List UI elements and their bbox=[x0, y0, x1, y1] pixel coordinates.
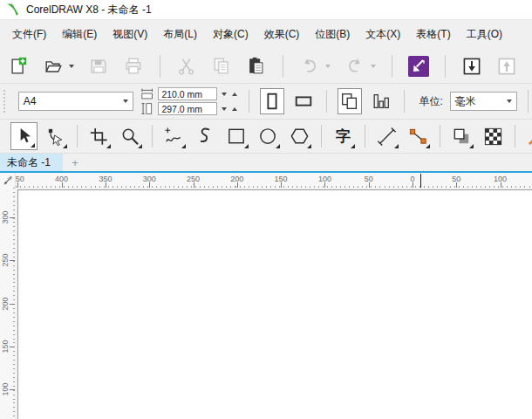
ruler-major-tick bbox=[10, 389, 15, 390]
redo-arrow-icon bbox=[344, 56, 365, 77]
ruler-origin-icon bbox=[2, 175, 14, 187]
ruler-label: 250 bbox=[176, 175, 211, 183]
drop-shadow-icon bbox=[451, 126, 473, 148]
units-value: 毫米 bbox=[455, 94, 476, 109]
toolbox-separator bbox=[77, 125, 78, 148]
ruler-label: 150 bbox=[1, 329, 10, 364]
ruler-major-tick bbox=[10, 260, 15, 261]
save-button[interactable] bbox=[86, 53, 111, 79]
toolbar-separator bbox=[160, 55, 160, 78]
ruler-label: 100 bbox=[483, 175, 518, 183]
shape-tool[interactable] bbox=[42, 122, 69, 150]
transparency-tool[interactable] bbox=[480, 122, 507, 150]
polygon-tool[interactable] bbox=[286, 122, 313, 150]
landscape-orientation-button[interactable] bbox=[291, 88, 316, 114]
width-spin-down-button[interactable] bbox=[220, 88, 228, 100]
canvas-area: 300250200150100 bbox=[0, 188, 532, 419]
open-button-dropdown[interactable] bbox=[66, 53, 76, 79]
copy-button[interactable] bbox=[209, 53, 234, 79]
purple-launch-arrow-icon bbox=[408, 56, 429, 77]
ruler-major-tick bbox=[10, 217, 15, 218]
toolbar-separator bbox=[404, 90, 405, 113]
crop-icon bbox=[88, 126, 110, 148]
ruler-label: 100 bbox=[1, 372, 10, 407]
toolbox-separator bbox=[440, 125, 440, 148]
units-combobox[interactable]: 毫米 bbox=[450, 92, 517, 111]
toolbox-separator bbox=[515, 125, 515, 148]
new-document-button[interactable] bbox=[6, 53, 31, 79]
undo-button-dropdown[interactable] bbox=[323, 53, 332, 79]
export-button[interactable] bbox=[494, 53, 519, 79]
freehand-curve-icon bbox=[163, 126, 185, 148]
document-tab[interactable]: 未命名 -1 bbox=[0, 154, 63, 171]
portrait-page-icon bbox=[262, 91, 283, 112]
chevron-down-icon bbox=[325, 65, 331, 68]
menu-object[interactable]: 对象(C) bbox=[208, 24, 254, 45]
height-spin-up-button[interactable] bbox=[230, 103, 238, 114]
drop-shadow-tool[interactable] bbox=[448, 122, 475, 150]
open-button[interactable] bbox=[41, 53, 65, 79]
ruler-label: 300 bbox=[132, 175, 167, 183]
rectangle-tool[interactable] bbox=[223, 122, 250, 150]
import-button[interactable] bbox=[460, 53, 484, 79]
crop-tool[interactable] bbox=[85, 122, 113, 150]
ruler-label: 100 bbox=[307, 175, 342, 183]
redo-button[interactable] bbox=[343, 53, 367, 79]
page-size-combobox[interactable]: A4 bbox=[18, 92, 134, 111]
menu-text[interactable]: 文本(X) bbox=[360, 24, 406, 45]
document-tab-bar: 未命名 -1 + bbox=[0, 154, 532, 171]
new-document-tab-button[interactable]: + bbox=[63, 154, 87, 171]
artistic-media-tool[interactable] bbox=[192, 122, 219, 150]
page-width-input[interactable]: 210.0 mm bbox=[158, 87, 217, 100]
zoom-tool[interactable] bbox=[117, 122, 144, 150]
units-label: 单位: bbox=[419, 94, 442, 109]
freehand-tool[interactable] bbox=[160, 122, 188, 150]
cut-button[interactable] bbox=[174, 53, 199, 79]
menu-effects[interactable]: 效果(C) bbox=[259, 24, 305, 45]
width-spin-up-button[interactable] bbox=[230, 88, 238, 100]
ruler-label: 0 bbox=[395, 175, 430, 183]
print-button[interactable] bbox=[121, 53, 146, 79]
text-tool[interactable]: 字 bbox=[330, 122, 357, 150]
pick-tool[interactable] bbox=[10, 122, 38, 150]
toolbox: 字 bbox=[0, 120, 532, 154]
current-page-button[interactable] bbox=[369, 88, 393, 114]
standard-toolbar: PDF 27% bbox=[0, 49, 532, 84]
new-document-icon bbox=[8, 56, 29, 77]
paste-button[interactable] bbox=[244, 53, 269, 79]
ruler-origin-corner[interactable] bbox=[0, 173, 16, 188]
page-height-value: 297.0 mm bbox=[161, 104, 202, 114]
menu-view[interactable]: 视图(V) bbox=[107, 24, 153, 45]
page-height-input[interactable]: 297.0 mm bbox=[158, 102, 217, 115]
toolbar-drag-handle[interactable] bbox=[3, 90, 8, 113]
redo-button-dropdown[interactable] bbox=[368, 53, 378, 79]
height-spin-down-button[interactable] bbox=[220, 103, 228, 114]
dimension-tool[interactable] bbox=[373, 122, 400, 150]
export-up-arrow-icon bbox=[496, 56, 517, 77]
menu-layout[interactable]: 布局(L) bbox=[158, 24, 202, 45]
menu-edit[interactable]: 编辑(E) bbox=[57, 24, 102, 45]
menu-bitmaps[interactable]: 位图(B) bbox=[310, 24, 355, 45]
artistic-media-hook-icon bbox=[194, 126, 216, 148]
connector-tool[interactable] bbox=[405, 122, 432, 150]
search-content-button[interactable] bbox=[406, 53, 431, 79]
menu-table[interactable]: 表格(T) bbox=[411, 24, 455, 45]
menu-file[interactable]: 文件(F) bbox=[7, 24, 51, 45]
portrait-orientation-button[interactable] bbox=[260, 88, 284, 114]
drawing-page[interactable] bbox=[17, 189, 532, 419]
ellipse-tool[interactable] bbox=[255, 122, 282, 150]
horizontal-ruler[interactable]: 45040035030025020015010050050100 bbox=[0, 173, 532, 188]
undo-button[interactable] bbox=[297, 53, 322, 79]
page-width-value: 210.0 mm bbox=[161, 89, 202, 100]
toolbar-separator bbox=[445, 55, 446, 78]
cut-scissors-icon bbox=[176, 56, 197, 77]
coreldraw-window: CorelDRAW X8 - 未命名 -1 文件(F)编辑(E)视图(V)布局(… bbox=[0, 0, 532, 419]
color-eyedropper-tool[interactable] bbox=[523, 122, 532, 150]
pick-arrow-icon bbox=[13, 126, 35, 148]
all-pages-button[interactable] bbox=[338, 88, 362, 114]
menu-tools[interactable]: 工具(O) bbox=[461, 24, 508, 45]
eyedropper-icon bbox=[526, 126, 532, 148]
coreldraw-logo-icon bbox=[4, 3, 19, 17]
vertical-ruler[interactable]: 300250200150100 bbox=[0, 188, 15, 419]
save-floppy-icon bbox=[88, 56, 109, 77]
